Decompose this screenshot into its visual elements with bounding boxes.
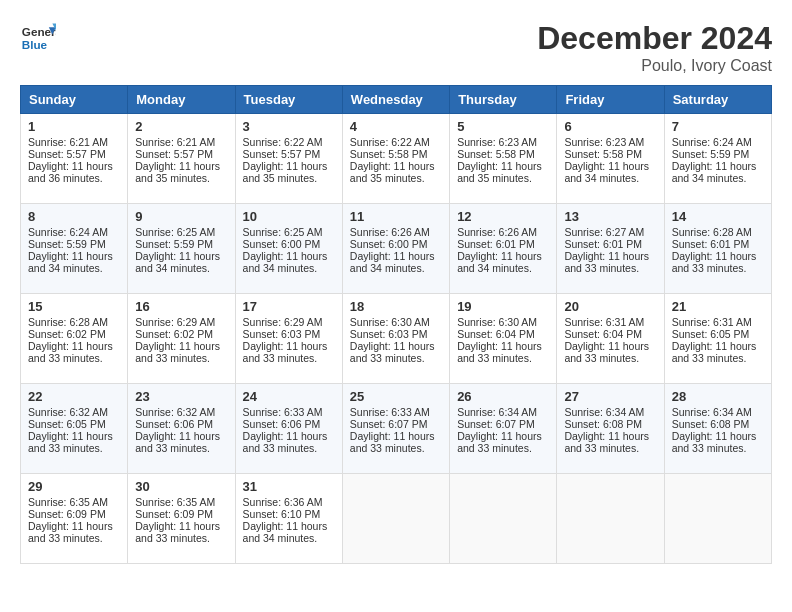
- day-info: Sunset: 6:04 PM: [457, 328, 549, 340]
- calendar-cell: [450, 474, 557, 564]
- day-info: Sunrise: 6:24 AM: [28, 226, 120, 238]
- day-info: Sunrise: 6:23 AM: [564, 136, 656, 148]
- title-block: December 2024 Poulo, Ivory Coast: [537, 20, 772, 75]
- day-info: Sunset: 5:57 PM: [28, 148, 120, 160]
- day-info: Sunset: 5:59 PM: [28, 238, 120, 250]
- day-info: and 33 minutes.: [243, 352, 335, 364]
- calendar-cell: 28Sunrise: 6:34 AMSunset: 6:08 PMDayligh…: [664, 384, 771, 474]
- week-row-1: 1Sunrise: 6:21 AMSunset: 5:57 PMDaylight…: [21, 114, 772, 204]
- day-info: Sunrise: 6:35 AM: [28, 496, 120, 508]
- day-info: Sunrise: 6:28 AM: [672, 226, 764, 238]
- day-number: 31: [243, 479, 335, 494]
- day-info: Daylight: 11 hours: [135, 520, 227, 532]
- day-info: Daylight: 11 hours: [457, 340, 549, 352]
- day-number: 25: [350, 389, 442, 404]
- calendar-cell: 12Sunrise: 6:26 AMSunset: 6:01 PMDayligh…: [450, 204, 557, 294]
- day-info: and 33 minutes.: [564, 352, 656, 364]
- day-info: Sunrise: 6:25 AM: [135, 226, 227, 238]
- day-info: Sunset: 6:08 PM: [672, 418, 764, 430]
- calendar-cell: 15Sunrise: 6:28 AMSunset: 6:02 PMDayligh…: [21, 294, 128, 384]
- day-info: and 33 minutes.: [672, 352, 764, 364]
- day-info: Sunrise: 6:21 AM: [28, 136, 120, 148]
- day-number: 21: [672, 299, 764, 314]
- day-info: Sunset: 5:58 PM: [564, 148, 656, 160]
- day-info: Sunset: 6:08 PM: [564, 418, 656, 430]
- day-info: Sunset: 5:58 PM: [350, 148, 442, 160]
- day-info: Sunset: 5:59 PM: [135, 238, 227, 250]
- day-info: Sunset: 6:03 PM: [350, 328, 442, 340]
- day-info: Sunset: 6:09 PM: [135, 508, 227, 520]
- day-number: 17: [243, 299, 335, 314]
- day-info: and 34 minutes.: [672, 172, 764, 184]
- day-info: Sunset: 6:05 PM: [28, 418, 120, 430]
- calendar-cell: 30Sunrise: 6:35 AMSunset: 6:09 PMDayligh…: [128, 474, 235, 564]
- calendar-cell: 25Sunrise: 6:33 AMSunset: 6:07 PMDayligh…: [342, 384, 449, 474]
- day-number: 22: [28, 389, 120, 404]
- day-info: Daylight: 11 hours: [672, 430, 764, 442]
- day-info: Sunrise: 6:34 AM: [564, 406, 656, 418]
- day-info: and 35 minutes.: [243, 172, 335, 184]
- weekday-header-monday: Monday: [128, 86, 235, 114]
- day-info: and 33 minutes.: [350, 352, 442, 364]
- day-info: and 33 minutes.: [135, 352, 227, 364]
- day-info: Daylight: 11 hours: [135, 340, 227, 352]
- day-info: Sunset: 6:02 PM: [28, 328, 120, 340]
- day-info: and 33 minutes.: [564, 262, 656, 274]
- calendar-cell: 16Sunrise: 6:29 AMSunset: 6:02 PMDayligh…: [128, 294, 235, 384]
- day-info: Sunrise: 6:22 AM: [350, 136, 442, 148]
- day-info: and 33 minutes.: [28, 442, 120, 454]
- day-info: Sunset: 6:07 PM: [350, 418, 442, 430]
- calendar-cell: 7Sunrise: 6:24 AMSunset: 5:59 PMDaylight…: [664, 114, 771, 204]
- day-info: and 36 minutes.: [28, 172, 120, 184]
- day-info: Sunrise: 6:26 AM: [350, 226, 442, 238]
- day-info: Daylight: 11 hours: [350, 340, 442, 352]
- page-header: General Blue December 2024 Poulo, Ivory …: [20, 20, 772, 75]
- day-info: Sunset: 6:00 PM: [350, 238, 442, 250]
- day-info: Daylight: 11 hours: [457, 250, 549, 262]
- day-info: Daylight: 11 hours: [243, 160, 335, 172]
- day-info: Daylight: 11 hours: [28, 250, 120, 262]
- day-info: and 35 minutes.: [135, 172, 227, 184]
- calendar-cell: 27Sunrise: 6:34 AMSunset: 6:08 PMDayligh…: [557, 384, 664, 474]
- calendar-cell: 22Sunrise: 6:32 AMSunset: 6:05 PMDayligh…: [21, 384, 128, 474]
- day-info: Sunrise: 6:31 AM: [564, 316, 656, 328]
- day-number: 6: [564, 119, 656, 134]
- day-number: 10: [243, 209, 335, 224]
- day-info: Sunset: 6:04 PM: [564, 328, 656, 340]
- day-number: 3: [243, 119, 335, 134]
- day-number: 30: [135, 479, 227, 494]
- day-number: 11: [350, 209, 442, 224]
- day-info: Sunrise: 6:21 AM: [135, 136, 227, 148]
- day-info: Daylight: 11 hours: [135, 250, 227, 262]
- day-info: Sunset: 5:57 PM: [243, 148, 335, 160]
- weekday-header-sunday: Sunday: [21, 86, 128, 114]
- day-number: 27: [564, 389, 656, 404]
- day-number: 15: [28, 299, 120, 314]
- calendar-cell: 31Sunrise: 6:36 AMSunset: 6:10 PMDayligh…: [235, 474, 342, 564]
- day-info: and 33 minutes.: [135, 442, 227, 454]
- day-info: and 34 minutes.: [457, 262, 549, 274]
- day-number: 28: [672, 389, 764, 404]
- day-info: Sunrise: 6:36 AM: [243, 496, 335, 508]
- day-number: 7: [672, 119, 764, 134]
- calendar-cell: 10Sunrise: 6:25 AMSunset: 6:00 PMDayligh…: [235, 204, 342, 294]
- calendar-cell: 29Sunrise: 6:35 AMSunset: 6:09 PMDayligh…: [21, 474, 128, 564]
- day-info: Daylight: 11 hours: [457, 430, 549, 442]
- week-row-4: 22Sunrise: 6:32 AMSunset: 6:05 PMDayligh…: [21, 384, 772, 474]
- day-number: 5: [457, 119, 549, 134]
- day-info: Daylight: 11 hours: [243, 250, 335, 262]
- day-info: and 34 minutes.: [350, 262, 442, 274]
- day-info: Sunset: 6:01 PM: [564, 238, 656, 250]
- calendar-cell: 3Sunrise: 6:22 AMSunset: 5:57 PMDaylight…: [235, 114, 342, 204]
- day-info: Sunrise: 6:29 AM: [243, 316, 335, 328]
- calendar-cell: 4Sunrise: 6:22 AMSunset: 5:58 PMDaylight…: [342, 114, 449, 204]
- weekday-header-wednesday: Wednesday: [342, 86, 449, 114]
- day-info: and 33 minutes.: [672, 262, 764, 274]
- day-info: Sunrise: 6:26 AM: [457, 226, 549, 238]
- calendar-table: SundayMondayTuesdayWednesdayThursdayFrid…: [20, 85, 772, 564]
- day-info: Daylight: 11 hours: [672, 250, 764, 262]
- day-info: and 33 minutes.: [28, 532, 120, 544]
- week-row-3: 15Sunrise: 6:28 AMSunset: 6:02 PMDayligh…: [21, 294, 772, 384]
- day-info: Sunrise: 6:25 AM: [243, 226, 335, 238]
- day-info: Sunset: 6:05 PM: [672, 328, 764, 340]
